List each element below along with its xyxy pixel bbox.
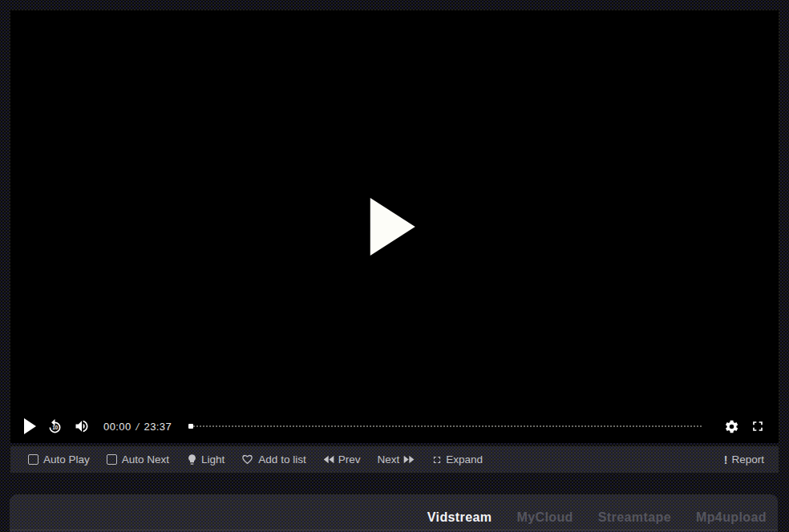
- double-right-icon: [402, 454, 415, 465]
- settings-button[interactable]: [724, 419, 739, 434]
- heart-icon: [241, 453, 253, 466]
- player-controlbar: 10 00:00 / 23:37: [10, 409, 779, 443]
- auto-next-toggle[interactable]: Auto Next: [107, 453, 169, 466]
- seek-track: [193, 425, 702, 427]
- double-left-icon: [323, 454, 336, 465]
- expand-icon: [431, 454, 443, 466]
- auto-play-toggle[interactable]: Auto Play: [28, 453, 90, 466]
- checkbox-icon[interactable]: [28, 454, 38, 465]
- auto-next-label: Auto Next: [122, 453, 169, 466]
- play-icon: [24, 418, 36, 434]
- duration: 23:37: [144, 421, 172, 433]
- add-to-list-button[interactable]: Add to list: [241, 453, 305, 466]
- prev-episode-button[interactable]: Prev: [323, 453, 361, 466]
- light-label: Light: [201, 453, 225, 466]
- server-vidstream[interactable]: Vidstream: [427, 510, 492, 525]
- fullscreen-icon: [750, 418, 766, 434]
- big-play-button[interactable]: [370, 198, 415, 256]
- panel-divider: [10, 530, 778, 530]
- rewind-10-button[interactable]: 10: [47, 418, 63, 435]
- current-time: 00:00: [103, 421, 132, 433]
- add-to-list-label: Add to list: [258, 453, 305, 466]
- replay-10-icon: 10: [47, 418, 63, 435]
- server-mycloud[interactable]: MyCloud: [516, 510, 573, 525]
- page: 10 00:00 / 23:37: [0, 0, 789, 532]
- volume-button[interactable]: [74, 418, 90, 434]
- seek-bar[interactable]: [188, 421, 702, 431]
- auto-play-label: Auto Play: [43, 453, 90, 466]
- play-button[interactable]: [24, 418, 36, 434]
- prev-label: Prev: [338, 453, 361, 466]
- svg-text:10: 10: [52, 425, 59, 430]
- servers-panel: Vidstream MyCloud Streamtape Mp4upload: [10, 494, 778, 532]
- server-mp4upload[interactable]: Mp4upload: [696, 510, 767, 525]
- checkbox-icon[interactable]: [107, 454, 117, 465]
- expand-button[interactable]: Expand: [431, 453, 483, 466]
- lightbulb-icon: [186, 453, 198, 466]
- player-toolbar: Auto Play Auto Next Light Add to list Pr…: [10, 446, 779, 473]
- light-toggle[interactable]: Light: [186, 453, 225, 466]
- seek-knob[interactable]: [188, 424, 193, 429]
- video-player: 10 00:00 / 23:37: [10, 10, 779, 443]
- exclamation-icon: !: [724, 453, 728, 466]
- time-separator: /: [136, 421, 140, 433]
- gear-icon: [724, 419, 739, 434]
- volume-icon: [74, 418, 90, 434]
- fullscreen-button[interactable]: [750, 418, 766, 434]
- report-button[interactable]: ! Report: [724, 453, 764, 466]
- next-episode-button[interactable]: Next: [377, 453, 415, 466]
- server-streamtape[interactable]: Streamtape: [598, 510, 671, 525]
- time-display: 00:00 / 23:37: [103, 421, 172, 433]
- expand-label: Expand: [446, 453, 483, 466]
- next-label: Next: [377, 453, 399, 466]
- report-label: Report: [731, 453, 764, 466]
